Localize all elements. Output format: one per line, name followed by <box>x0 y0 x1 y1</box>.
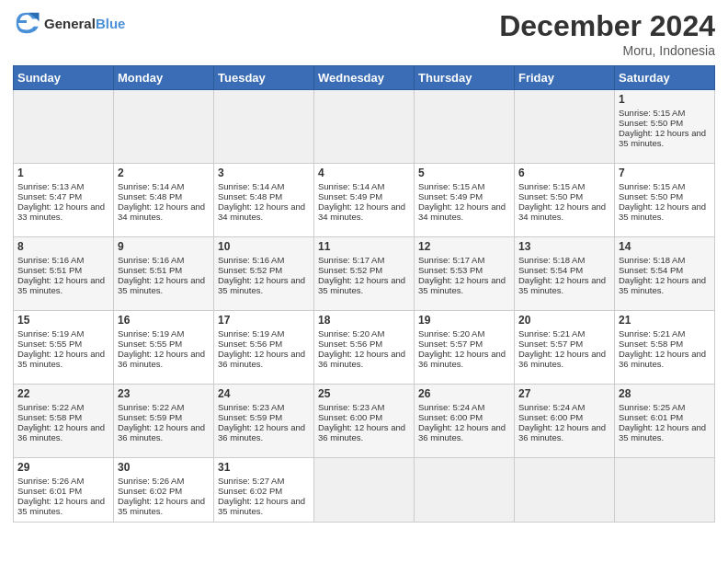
sunset: Sunset: 6:01 PM <box>619 412 683 422</box>
logo: GeneralBlue <box>13 9 125 37</box>
header: GeneralBlue December 2024 Moru, Indonesi… <box>13 9 715 58</box>
day-number: 1 <box>619 93 711 106</box>
logo-icon <box>13 9 40 37</box>
day-cell: 5Sunrise: 5:15 AMSunset: 5:49 PMDaylight… <box>415 164 515 237</box>
day-number: 12 <box>418 240 510 253</box>
day-number: 22 <box>17 387 109 400</box>
week-row-2: 1Sunrise: 5:13 AMSunset: 5:47 PMDaylight… <box>14 164 715 237</box>
sunset: Sunset: 5:56 PM <box>218 339 282 349</box>
week-row-4: 15Sunrise: 5:19 AMSunset: 5:55 PMDayligh… <box>14 311 715 385</box>
day-cell <box>515 458 615 523</box>
sunrise: Sunrise: 5:23 AM <box>318 402 384 412</box>
sunrise: Sunrise: 5:19 AM <box>218 328 284 339</box>
day-number: 4 <box>318 167 410 179</box>
daylight: Daylight: 12 hours and 35 minutes. <box>518 275 606 295</box>
day-number: 18 <box>318 314 410 327</box>
sunset: Sunset: 5:48 PM <box>218 191 282 201</box>
day-number: 20 <box>518 314 610 327</box>
daylight: Daylight: 12 hours and 36 minutes. <box>118 422 205 442</box>
day-number: 6 <box>518 167 610 179</box>
sunrise: Sunrise: 5:20 AM <box>318 328 384 339</box>
daylight: Daylight: 12 hours and 36 minutes. <box>218 422 305 442</box>
sunset: Sunset: 5:55 PM <box>118 339 182 349</box>
day-cell: 18Sunrise: 5:20 AMSunset: 5:56 PMDayligh… <box>314 311 415 385</box>
day-cell: 1Sunrise: 5:15 AMSunset: 5:50 PMDaylight… <box>615 90 715 164</box>
daylight: Daylight: 12 hours and 35 minutes. <box>619 128 706 148</box>
day-number: 21 <box>619 314 711 327</box>
sunrise: Sunrise: 5:13 AM <box>17 181 84 191</box>
sunrise: Sunrise: 5:17 AM <box>418 255 484 265</box>
day-number: 15 <box>17 314 109 327</box>
day-cell: 30Sunrise: 5:26 AMSunset: 6:02 PMDayligh… <box>114 458 214 523</box>
day-cell <box>314 458 415 523</box>
sunrise: Sunrise: 5:22 AM <box>17 402 84 412</box>
title-area: December 2024 Moru, Indonesia <box>499 9 715 58</box>
sunrise: Sunrise: 5:19 AM <box>118 328 184 339</box>
sunrise: Sunrise: 5:25 AM <box>619 402 685 412</box>
sunset: Sunset: 5:52 PM <box>218 265 282 275</box>
daylight: Daylight: 12 hours and 36 minutes. <box>518 422 606 442</box>
daylight: Daylight: 12 hours and 34 minutes. <box>518 201 606 222</box>
sunset: Sunset: 6:00 PM <box>318 412 382 422</box>
sunset: Sunset: 5:52 PM <box>318 265 382 275</box>
sunset: Sunset: 5:50 PM <box>619 118 683 128</box>
daylight: Daylight: 12 hours and 35 minutes. <box>118 496 205 516</box>
col-tuesday: Tuesday <box>214 66 314 90</box>
daylight: Daylight: 12 hours and 36 minutes. <box>218 349 305 369</box>
sunrise: Sunrise: 5:15 AM <box>518 181 585 191</box>
sunset: Sunset: 5:54 PM <box>619 265 683 275</box>
day-cell: 22Sunrise: 5:22 AMSunset: 5:58 PMDayligh… <box>14 385 114 458</box>
sunrise: Sunrise: 5:16 AM <box>118 255 184 265</box>
sunset: Sunset: 6:02 PM <box>118 486 182 496</box>
sunset: Sunset: 6:02 PM <box>218 486 282 496</box>
day-cell: 15Sunrise: 5:19 AMSunset: 5:55 PMDayligh… <box>14 311 114 385</box>
daylight: Daylight: 12 hours and 34 minutes. <box>418 201 506 222</box>
day-number: 16 <box>118 314 210 327</box>
day-number: 10 <box>218 240 310 253</box>
daylight: Daylight: 12 hours and 35 minutes. <box>17 496 105 516</box>
sunrise: Sunrise: 5:27 AM <box>218 476 284 486</box>
day-cell: 13Sunrise: 5:18 AMSunset: 5:54 PMDayligh… <box>515 237 615 311</box>
sunrise: Sunrise: 5:19 AM <box>17 328 84 339</box>
sunrise: Sunrise: 5:26 AM <box>118 476 184 486</box>
day-cell <box>615 458 715 523</box>
day-cell: 11Sunrise: 5:17 AMSunset: 5:52 PMDayligh… <box>314 237 415 311</box>
day-number: 17 <box>218 314 310 327</box>
daylight: Daylight: 12 hours and 36 minutes. <box>318 422 405 442</box>
col-saturday: Saturday <box>615 66 715 90</box>
daylight: Daylight: 12 hours and 36 minutes. <box>619 349 706 369</box>
day-number: 7 <box>619 167 711 179</box>
sunrise: Sunrise: 5:24 AM <box>418 402 484 412</box>
day-cell: 3Sunrise: 5:14 AMSunset: 5:48 PMDaylight… <box>214 164 314 237</box>
day-number: 5 <box>418 167 510 179</box>
daylight: Daylight: 12 hours and 35 minutes. <box>619 201 706 222</box>
day-number: 31 <box>218 461 310 474</box>
sunset: Sunset: 5:57 PM <box>518 339 583 349</box>
day-cell: 23Sunrise: 5:22 AMSunset: 5:59 PMDayligh… <box>114 385 214 458</box>
sunset: Sunset: 6:00 PM <box>518 412 583 422</box>
daylight: Daylight: 12 hours and 35 minutes. <box>17 275 105 295</box>
sunset: Sunset: 5:47 PM <box>17 191 82 201</box>
sunrise: Sunrise: 5:18 AM <box>619 255 685 265</box>
location: Moru, Indonesia <box>499 43 715 58</box>
sunrise: Sunrise: 5:16 AM <box>218 255 284 265</box>
daylight: Daylight: 12 hours and 34 minutes. <box>318 201 405 222</box>
day-cell: 7Sunrise: 5:15 AMSunset: 5:50 PMDaylight… <box>615 164 715 237</box>
sunset: Sunset: 5:59 PM <box>218 412 282 422</box>
daylight: Daylight: 12 hours and 35 minutes. <box>218 496 305 516</box>
week-row-3: 8Sunrise: 5:16 AMSunset: 5:51 PMDaylight… <box>14 237 715 311</box>
day-cell: 17Sunrise: 5:19 AMSunset: 5:56 PMDayligh… <box>214 311 314 385</box>
sunset: Sunset: 5:51 PM <box>118 265 182 275</box>
sunrise: Sunrise: 5:22 AM <box>118 402 184 412</box>
day-number: 26 <box>418 387 510 400</box>
sunrise: Sunrise: 5:15 AM <box>418 181 484 191</box>
day-cell: 24Sunrise: 5:23 AMSunset: 5:59 PMDayligh… <box>214 385 314 458</box>
daylight: Daylight: 12 hours and 35 minutes. <box>418 275 506 295</box>
sunset: Sunset: 5:58 PM <box>619 339 683 349</box>
sunset: Sunset: 5:49 PM <box>318 191 382 201</box>
day-cell: 6Sunrise: 5:15 AMSunset: 5:50 PMDaylight… <box>515 164 615 237</box>
day-cell: 8Sunrise: 5:16 AMSunset: 5:51 PMDaylight… <box>14 237 114 311</box>
col-thursday: Thursday <box>415 66 515 90</box>
day-number: 30 <box>118 461 210 474</box>
day-cell: 1Sunrise: 5:13 AMSunset: 5:47 PMDaylight… <box>14 164 114 237</box>
